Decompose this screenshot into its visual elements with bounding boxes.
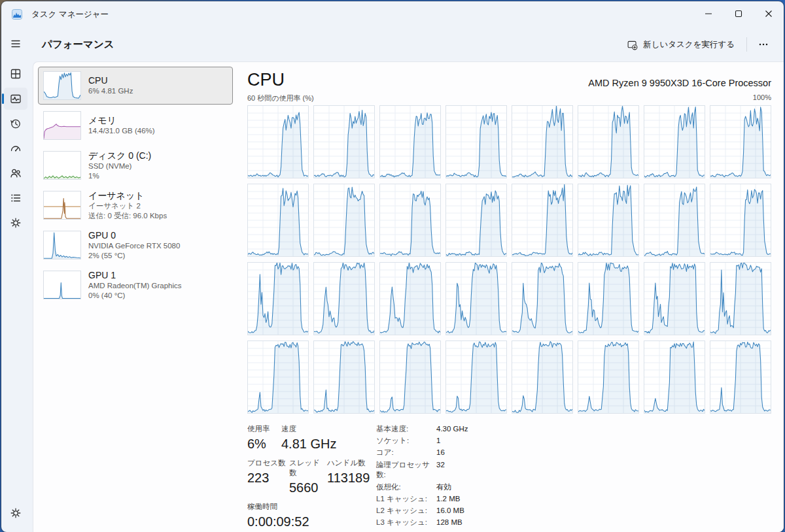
- nav-menu-button[interactable]: [4, 33, 27, 55]
- core-chart-11[interactable]: [445, 184, 507, 257]
- core-chart-1[interactable]: [313, 105, 375, 178]
- memory-mini-chart: [43, 111, 81, 140]
- nav-item-services[interactable]: [4, 212, 27, 234]
- stat-usage-label: 使用率: [247, 424, 281, 434]
- core-chart-17[interactable]: [313, 262, 375, 335]
- perf-list-item-cpu[interactable]: CPU6% 4.81 GHz: [38, 67, 233, 105]
- cpu-mini-chart: [43, 71, 81, 100]
- core-chart-16[interactable]: [247, 262, 309, 335]
- core-chart-25[interactable]: [313, 341, 375, 414]
- core-chart-6[interactable]: [644, 105, 705, 178]
- core-chart-10[interactable]: [379, 184, 441, 257]
- settings-icon: [9, 507, 22, 520]
- core-chart-21[interactable]: [578, 262, 639, 335]
- run-new-task-button[interactable]: 新しいタスクを実行する: [620, 35, 741, 55]
- core-chart-19[interactable]: [445, 262, 507, 335]
- gpu-1-sub-0: AMD Radeon(TM) Graphics: [88, 281, 182, 291]
- close-icon: [764, 9, 773, 18]
- core-chart-13[interactable]: [578, 184, 639, 257]
- disk-0-labels: ディスク 0 (C:)SSD (NVMe)1%: [88, 150, 151, 181]
- gpu-1-sub-1: 0% (40 °C): [88, 291, 182, 301]
- app-icon: [12, 9, 22, 20]
- core-chart-30[interactable]: [644, 341, 705, 414]
- stat-processes-label: プロセス数: [247, 458, 289, 468]
- core-chart-29[interactable]: [578, 341, 639, 414]
- core-chart-8[interactable]: [247, 184, 309, 257]
- cpu-labels: CPU6% 4.81 GHz: [88, 75, 133, 96]
- perf-list-item-gpu-1[interactable]: GPU 1AMD Radeon(TM) Graphics0% (40 °C): [38, 266, 233, 304]
- core-chart-5[interactable]: [578, 105, 639, 178]
- nav-item-app-history[interactable]: [4, 112, 27, 135]
- detail-value-4: 有効: [436, 482, 468, 493]
- detail-label-2: コア:: [376, 448, 436, 458]
- stat-threads: スレッド数 5660: [289, 458, 327, 496]
- core-chart-23[interactable]: [710, 262, 771, 335]
- stat-speed: 速度 4.81 GHz: [281, 424, 336, 452]
- core-chart-3[interactable]: [445, 105, 507, 178]
- stat-handles: ハンドル数 113189: [327, 458, 370, 496]
- ethernet-sub-1: 送信: 0 受信: 96.0 Kbps: [88, 211, 167, 221]
- logical-processor-chart-grid[interactable]: [247, 105, 771, 414]
- perf-list-item-disk-0[interactable]: ディスク 0 (C:)SSD (NVMe)1%: [38, 146, 233, 184]
- core-chart-7[interactable]: [710, 105, 771, 178]
- cpu-stats: 使用率 6% 速度 4.81 GHz プロセス数 223: [247, 424, 771, 532]
- core-chart-20[interactable]: [512, 262, 573, 335]
- nav-item-performance[interactable]: [4, 88, 27, 110]
- stat-uptime: 稼働時間 0:00:09:52: [247, 502, 309, 530]
- core-chart-4[interactable]: [512, 105, 573, 178]
- core-chart-22[interactable]: [644, 262, 705, 335]
- core-chart-14[interactable]: [644, 184, 705, 257]
- minimize-button[interactable]: [693, 1, 724, 26]
- perf-list-item-memory[interactable]: メモリ14.4/31.0 GB (46%): [38, 107, 233, 144]
- detail-label-0: 基本速度:: [376, 424, 436, 435]
- detail-value-7: 128 MB: [436, 518, 468, 528]
- stat-processes-value: 223: [247, 469, 289, 486]
- performance-sidebar-list: CPU6% 4.81 GHzメモリ14.4/31.0 GB (46%)ディスク …: [38, 67, 233, 306]
- nav-item-processes[interactable]: [4, 63, 27, 85]
- axis-label-right: 100%: [753, 93, 771, 103]
- more-options-button[interactable]: [752, 35, 775, 54]
- titlebar: タスク マネージャー: [1, 1, 784, 27]
- performance-icon: [9, 92, 22, 105]
- ethernet-mini-chart: [43, 191, 81, 220]
- disk-0-mini-chart: [43, 151, 81, 180]
- core-chart-15[interactable]: [710, 184, 771, 257]
- stat-processes: プロセス数 223: [247, 458, 289, 496]
- cpu-details-table: 基本速度:4.30 GHzソケット:1コア:16論理プロセッサ数:32仮想化:有…: [376, 424, 468, 532]
- perf-list-item-gpu-0[interactable]: GPU 0NVIDIA GeForce RTX 50802% (55 °C): [38, 226, 233, 264]
- core-chart-28[interactable]: [512, 341, 573, 414]
- maximize-button[interactable]: [724, 1, 754, 26]
- nav-item-details[interactable]: [4, 187, 27, 209]
- core-chart-18[interactable]: [379, 262, 441, 335]
- detail-value-5: 1.2 MB: [436, 494, 468, 505]
- nav-item-startup-apps[interactable]: [4, 137, 27, 159]
- disk-0-title: ディスク 0 (C:): [88, 150, 151, 161]
- core-chart-0[interactable]: [247, 105, 309, 178]
- axis-label-left: 60 秒間の使用率 (%): [247, 93, 314, 103]
- detail-label-5: L1 キャッシュ:: [376, 494, 436, 505]
- core-chart-31[interactable]: [710, 341, 771, 414]
- core-chart-9[interactable]: [313, 184, 375, 257]
- cpu-sub-0: 6% 4.81 GHz: [88, 86, 133, 96]
- startup-apps-icon: [9, 142, 22, 155]
- header-actions: 新しいタスクを実行する: [620, 35, 775, 55]
- disk-0-sub-0: SSD (NVMe): [88, 161, 151, 171]
- core-chart-12[interactable]: [512, 184, 573, 257]
- nav-item-users[interactable]: [4, 162, 27, 184]
- gpu-0-sub-0: NVIDIA GeForce RTX 5080: [88, 241, 180, 251]
- core-chart-26[interactable]: [379, 341, 441, 414]
- detail-label-6: L2 キャッシュ:: [376, 506, 436, 516]
- detail-value-2: 16: [436, 448, 468, 458]
- detail-value-1: 1: [436, 436, 468, 446]
- core-chart-27[interactable]: [445, 341, 507, 414]
- header-separator: [746, 37, 747, 52]
- settings-button[interactable]: [4, 502, 27, 524]
- memory-labels: メモリ14.4/31.0 GB (46%): [88, 115, 155, 136]
- page-header: パフォーマンス 新しいタスクを実行する: [30, 27, 784, 61]
- task-manager-window: タスク マネージャー パフォーマンス 新しいタスクを実行す: [1, 1, 784, 532]
- core-chart-2[interactable]: [379, 105, 441, 178]
- core-chart-24[interactable]: [247, 341, 309, 414]
- close-button[interactable]: [754, 1, 784, 26]
- cpu-detail-title: CPU: [247, 70, 285, 90]
- perf-list-item-ethernet[interactable]: イーサネットイーサネット 2送信: 0 受信: 96.0 Kbps: [38, 186, 233, 224]
